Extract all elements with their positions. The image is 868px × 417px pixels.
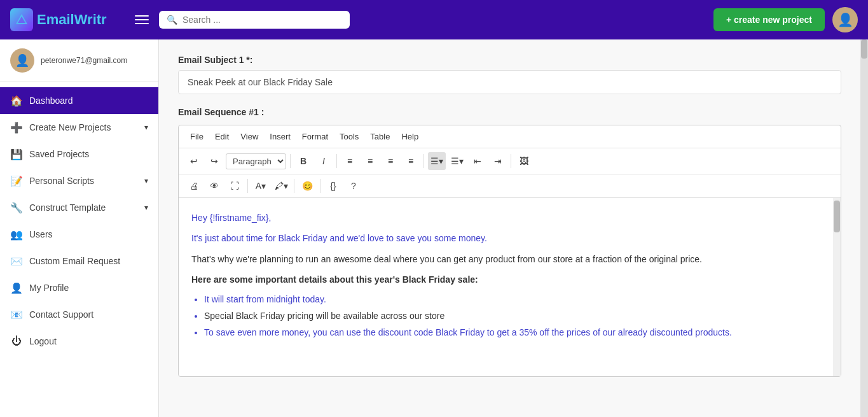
redo-button[interactable]: ↪ — [205, 152, 223, 170]
email-subject-input[interactable] — [178, 70, 841, 94]
sidebar-item-label: Contact Support — [29, 309, 93, 320]
profile-icon: 👤 — [10, 281, 23, 294]
personal-scripts-icon: 📝 — [10, 174, 23, 187]
divider — [290, 154, 291, 168]
rich-text-editor: File Edit View Insert Format Tools Table… — [178, 125, 841, 377]
menu-help[interactable]: Help — [396, 129, 424, 144]
align-center-button[interactable]: ≡ — [361, 152, 379, 170]
editor-line-2: It's just about time for Black Friday an… — [191, 231, 820, 245]
search-box: 🔍 — [159, 11, 350, 29]
sidebar-item-construct-template[interactable]: 🔧 Construct Template ▾ — [0, 194, 158, 221]
font-color-button[interactable]: A▾ — [252, 177, 270, 195]
sidebar-avatar: 👤 — [10, 48, 34, 73]
bold-button[interactable]: B — [294, 152, 312, 170]
sequence-label: Email Sequence #1 : — [178, 107, 841, 117]
paragraph-style-select[interactable]: Paragraph — [226, 153, 286, 169]
editor-line-3: That's why we're planning to run an awes… — [191, 252, 820, 266]
saved-projects-icon: 💾 — [10, 148, 23, 160]
highlight-button[interactable]: 🖍▾ — [272, 177, 290, 195]
logo-text: EmailWritr — [37, 11, 107, 28]
chevron-down-icon: ▾ — [144, 203, 148, 212]
sidebar-item-label: Create New Projects — [29, 122, 111, 132]
sidebar: 👤 peteronwe71@gmail.com 🏠 Dashboard ➕ Cr… — [0, 39, 159, 417]
numbered-list-button[interactable]: ☰▾ — [448, 152, 466, 170]
menu-file[interactable]: File — [185, 129, 209, 144]
emoji-button[interactable]: 😊 — [298, 177, 316, 195]
menu-view[interactable]: View — [235, 129, 263, 144]
editor-toolbar-1: ↩ ↪ Paragraph B I ≡ ≡ ≡ ≡ ☰▾ ☰▾ ⇤ ⇥ 🖼 — [179, 148, 841, 174]
editor-line-1: Hey {!firstname_fix}, — [191, 211, 820, 225]
dashboard-icon: 🏠 — [10, 94, 23, 107]
menu-edit[interactable]: Edit — [210, 129, 234, 144]
list-item: Special Black Friday pricing will be ava… — [204, 309, 820, 323]
editor-scrollbar[interactable] — [833, 198, 841, 376]
chevron-down-icon: ▾ — [144, 123, 148, 132]
list-item: It will start from midnight today. — [204, 292, 820, 306]
chevron-down-icon: ▾ — [144, 176, 148, 185]
undo-button[interactable]: ↩ — [185, 152, 203, 170]
logout-icon: ⏻ — [10, 335, 23, 348]
search-input[interactable] — [183, 15, 342, 25]
users-icon: 👥 — [10, 228, 23, 241]
menu-format[interactable]: Format — [297, 129, 333, 144]
construct-template-icon: 🔧 — [10, 201, 23, 214]
sidebar-item-label: Custom Email Request — [29, 256, 120, 266]
sidebar-item-custom-email-request[interactable]: ✉️ Custom Email Request — [0, 248, 158, 274]
sidebar-item-users[interactable]: 👥 Users — [0, 221, 158, 248]
logo-area: EmailWritr — [10, 8, 125, 31]
menu-tools[interactable]: Tools — [334, 129, 364, 144]
sidebar-item-my-profile[interactable]: 👤 My Profile — [0, 274, 158, 301]
editor-menubar: File Edit View Insert Format Tools Table… — [179, 125, 841, 148]
sidebar-item-dashboard[interactable]: 🏠 Dashboard — [0, 87, 158, 114]
italic-button[interactable]: I — [315, 152, 333, 170]
list-item: To save even more money, you can use the… — [204, 325, 820, 339]
align-justify-button[interactable]: ≡ — [402, 152, 420, 170]
fullscreen-button[interactable]: ⛶ — [226, 177, 244, 195]
logo-icon — [10, 8, 33, 31]
user-avatar[interactable]: 👤 — [832, 7, 858, 32]
sidebar-item-label: Saved Projects — [29, 149, 89, 159]
print-button[interactable]: 🖨 — [185, 177, 203, 195]
create-projects-icon: ➕ — [10, 121, 23, 134]
page-scrollbar-thumb — [861, 39, 867, 59]
editor-body[interactable]: Hey {!firstname_fix}, It's just about ti… — [179, 198, 833, 376]
indent-button[interactable]: ⇥ — [489, 152, 507, 170]
layout: 👤 peteronwe71@gmail.com 🏠 Dashboard ➕ Cr… — [0, 39, 868, 417]
divider — [320, 179, 320, 193]
align-right-button[interactable]: ≡ — [382, 152, 399, 170]
hamburger-button[interactable] — [132, 13, 151, 27]
sidebar-nav: 🏠 Dashboard ➕ Create New Projects ▾ 💾 Sa… — [0, 82, 158, 360]
editor-toolbar-2: 🖨 👁 ⛶ A▾ 🖍▾ 😊 {} ? — [179, 174, 841, 198]
outdent-button[interactable]: ⇤ — [469, 152, 486, 170]
sidebar-user-email: peteronwe71@gmail.com — [41, 56, 127, 65]
image-button[interactable]: 🖼 — [515, 152, 533, 170]
custom-email-icon: ✉️ — [10, 255, 23, 267]
divider — [294, 179, 294, 193]
main-content: Email Subject 1 *: Email Sequence #1 : F… — [159, 39, 860, 417]
preview-button[interactable]: 👁 — [205, 177, 223, 195]
divider — [336, 154, 337, 168]
page-scrollbar[interactable] — [860, 39, 868, 417]
help-button[interactable]: ? — [345, 177, 362, 195]
divider — [247, 179, 248, 193]
sidebar-item-saved-projects[interactable]: 💾 Saved Projects — [0, 141, 158, 167]
sidebar-item-label: Personal Scripts — [29, 176, 94, 186]
divider — [511, 154, 511, 168]
email-subject-label: Email Subject 1 *: — [178, 55, 841, 65]
bullet-list-button[interactable]: ☰▾ — [428, 152, 446, 170]
sidebar-item-personal-scripts[interactable]: 📝 Personal Scripts ▾ — [0, 167, 158, 194]
sidebar-item-create-new-projects[interactable]: ➕ Create New Projects ▾ — [0, 114, 158, 141]
search-icon: 🔍 — [167, 15, 177, 25]
sidebar-item-logout[interactable]: ⏻ Logout — [0, 328, 158, 355]
align-left-button[interactable]: ≡ — [341, 152, 359, 170]
sidebar-item-label: Construct Template — [29, 202, 106, 213]
menu-insert[interactable]: Insert — [265, 129, 296, 144]
code-button[interactable]: {} — [324, 177, 342, 195]
menu-table[interactable]: Table — [365, 129, 395, 144]
scrollbar-thumb — [834, 201, 840, 232]
sidebar-item-label: Users — [29, 229, 53, 239]
create-new-project-button[interactable]: + create new project — [713, 8, 825, 31]
navbar: EmailWritr 🔍 + create new project 👤 — [0, 0, 868, 39]
editor-bullet-list: It will start from midnight today. Speci… — [191, 292, 820, 340]
sidebar-item-contact-support[interactable]: 📧 Contact Support — [0, 301, 158, 328]
